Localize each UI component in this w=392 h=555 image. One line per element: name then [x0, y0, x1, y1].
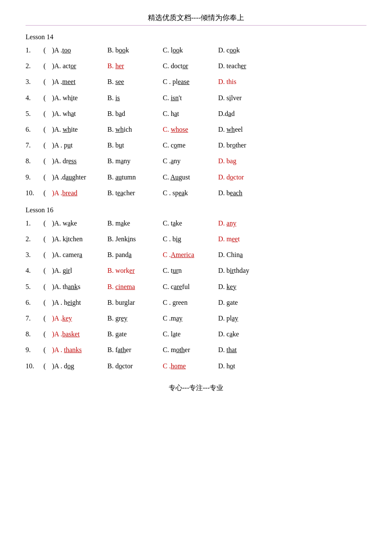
option: B. is	[107, 92, 163, 104]
option: D. key	[218, 281, 274, 292]
option: C. careful	[163, 281, 218, 292]
option: B. many	[107, 155, 163, 167]
option: B. father	[107, 344, 163, 356]
question-number: 5.	[26, 108, 43, 119]
option: C. doctor	[163, 60, 218, 72]
question-number: 3.	[26, 76, 43, 87]
question-number: 1.	[26, 44, 43, 56]
question-row: 1.()A. wakeB. makeC. takeD. any	[26, 217, 366, 229]
option: D. birthday	[218, 265, 274, 276]
option: D. wheel	[218, 124, 274, 135]
option: D. doctor	[218, 171, 274, 183]
option: D. hot	[218, 360, 274, 372]
question-number: 6.	[26, 297, 43, 308]
option: C. turn	[163, 265, 218, 276]
question-number: 6.	[26, 124, 43, 135]
lesson14-title: Lesson 14	[26, 33, 366, 41]
option: )A. actor	[52, 60, 107, 72]
question-row: 8.()A. dressB. manyC .anyD. bag	[26, 155, 366, 167]
option: B. Jenkins	[107, 233, 163, 245]
option: C . green	[163, 297, 218, 308]
question-row: 6.()A . heightB. burglarC . greenD. gate	[26, 297, 366, 308]
question-row: 3.()A. cameraB. pandaC .AmericaD. China	[26, 249, 366, 260]
option: C. mother	[163, 344, 218, 356]
option: D. cake	[218, 328, 274, 340]
option: C. late	[163, 328, 218, 340]
option: B. doctor	[107, 360, 163, 372]
option: )A. girl	[52, 265, 107, 276]
option: D. that	[218, 344, 274, 356]
question-number: 1.	[26, 217, 43, 229]
question-row: 1.()A .tooB. bookC. lookD. cook	[26, 44, 366, 56]
option: )A. kitchen	[52, 233, 107, 245]
option: D. this	[218, 76, 274, 87]
option: )A. wake	[52, 217, 107, 229]
option: )A. what	[52, 108, 107, 119]
question-number: 9.	[26, 171, 43, 183]
option: C. isn't	[163, 92, 218, 104]
question-row: 9.()A . thanksB. fatherC. motherD. that	[26, 344, 366, 356]
option: B. make	[107, 217, 163, 229]
question-row: 3.()A .meetB. seeC . pleaseD. this	[26, 76, 366, 87]
option: )A .key	[52, 312, 107, 324]
question-number: 4.	[26, 265, 43, 276]
option: C. take	[163, 217, 218, 229]
option: D. bag	[218, 155, 274, 167]
option: B. but	[107, 139, 163, 151]
option: )A .too	[52, 44, 107, 56]
footer-text: 专心---专注---专业	[26, 384, 366, 393]
question-number: 3.	[26, 249, 43, 260]
option: D. silver	[218, 92, 274, 104]
option: C . speak	[163, 187, 218, 199]
option: B. her	[107, 60, 163, 72]
question-row: 8.()A .basketB. gateC. lateD. cake	[26, 328, 366, 340]
option: C .may	[163, 312, 218, 324]
option: D. teacher	[218, 60, 274, 72]
option: B. autumn	[107, 171, 163, 183]
question-row: 2.()A. actorB. herC. doctorD. teacher	[26, 60, 366, 72]
option: D. beach	[218, 187, 274, 199]
question-number: 7.	[26, 139, 43, 151]
option: B. gate	[107, 328, 163, 340]
option: )A . dog	[52, 360, 107, 372]
option: C . big	[163, 233, 218, 245]
option: )A . thanks	[52, 344, 107, 356]
question-row: 5.()A. whatB. badC. hatD.dad	[26, 108, 366, 119]
option: )A. dress	[52, 155, 107, 167]
option: C. come	[163, 139, 218, 151]
option: B. cinema	[107, 281, 163, 292]
question-row: 2.()A. kitchenB. JenkinsC . bigD. meet	[26, 233, 366, 245]
option: C. August	[163, 171, 218, 183]
lesson16-section: Lesson 16 1.()A. wakeB. makeC. takeD. an…	[26, 206, 366, 372]
question-number: 5.	[26, 281, 43, 292]
lesson16-title: Lesson 16	[26, 206, 366, 214]
option: B. teacher	[107, 187, 163, 199]
question-number: 10.	[26, 360, 43, 372]
option: B. burglar	[107, 297, 163, 308]
question-row: 10.()A .breadB. teacherC . speakD. beach	[26, 187, 366, 199]
option: D. brother	[218, 139, 274, 151]
option: )A . put	[52, 139, 107, 151]
question-row: 9.()A .daughterB. autumnC. AugustD. doct…	[26, 171, 366, 183]
question-row: 4.()A. girlB. workerC. turnD. birthday	[26, 265, 366, 276]
header-title: 精选优质文档----倾情为你奉上	[26, 13, 366, 26]
option: )A. thanks	[52, 281, 107, 292]
option: D. cook	[218, 44, 274, 56]
question-number: 8.	[26, 155, 43, 167]
option: )A .daughter	[52, 171, 107, 183]
lesson14-section: Lesson 14 1.()A .tooB. bookC. lookD. coo…	[26, 33, 366, 199]
question-row: 7.()A .keyB. greyC .mayD. play	[26, 312, 366, 324]
question-row: 5.()A. thanksB. cinemaC. carefulD. key	[26, 281, 366, 292]
question-row: 10.()A . dogB. doctorC .homeD. hot	[26, 360, 366, 372]
question-number: 9.	[26, 344, 43, 356]
option: )A .meet	[52, 76, 107, 87]
question-row: 7.()A . putB. butC. comeD. brother	[26, 139, 366, 151]
option: B. which	[107, 124, 163, 135]
option: )A. white	[52, 92, 107, 104]
option: C. hat	[163, 108, 218, 119]
question-number: 4.	[26, 92, 43, 104]
option: C . please	[163, 76, 218, 87]
option: B. grey	[107, 312, 163, 324]
question-row: 4.()A. whiteB. isC. isn'tD. silver	[26, 92, 366, 104]
option: D.dad	[218, 108, 274, 119]
